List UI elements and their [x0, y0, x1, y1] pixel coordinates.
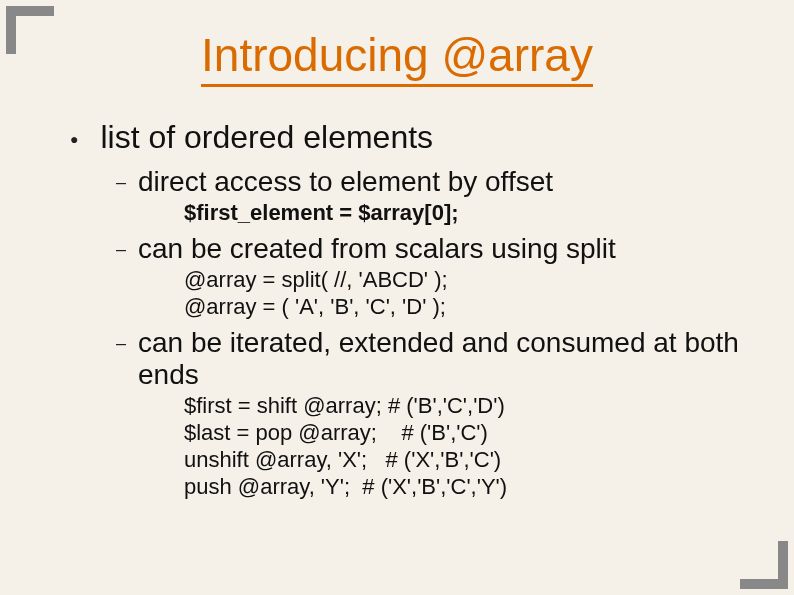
code-block: $first_element = $array[0]; [116, 200, 744, 227]
dash-icon: – [116, 166, 138, 193]
dash-icon: – [116, 327, 138, 354]
code-line: $last = pop @array; # ('B','C') [184, 420, 744, 447]
dash-icon: – [116, 233, 138, 260]
bullet-list: list of ordered elements – direct access… [50, 119, 744, 501]
code-line: $first = shift @array; # ('B','C','D') [184, 393, 744, 420]
code-block: @array = split( //, 'ABCD' ); @array = (… [116, 267, 744, 321]
code-line: @array = ( 'A', 'B', 'C', 'D' ); [184, 294, 744, 321]
code-line: unshift @array, 'X'; # ('X','B','C') [184, 447, 744, 474]
slide: Introducing @array list of ordered eleme… [0, 0, 794, 595]
list-item: – can be iterated, extended and consumed… [116, 327, 744, 501]
code-line: @array = split( //, 'ABCD' ); [184, 267, 744, 294]
code-line: push @array, 'Y'; # ('X','B','C','Y') [184, 474, 744, 501]
bullet-text: list of ordered elements [100, 119, 433, 155]
slide-title: Introducing @array [201, 28, 593, 87]
list-item: – can be created from scalars using spli… [116, 233, 744, 321]
sub-list: – direct access to element by offset $fi… [70, 166, 744, 501]
code-line: $first_element = $array[0]; [184, 200, 744, 227]
code-block: $first = shift @array; # ('B','C','D') $… [116, 393, 744, 500]
sub-bullet-text: direct access to element by offset [138, 166, 553, 198]
list-item: list of ordered elements – direct access… [70, 119, 744, 501]
sub-bullet-text: can be created from scalars using split [138, 233, 616, 265]
list-item: – direct access to element by offset $fi… [116, 166, 744, 227]
sub-bullet-text: can be iterated, extended and consumed a… [138, 327, 744, 391]
